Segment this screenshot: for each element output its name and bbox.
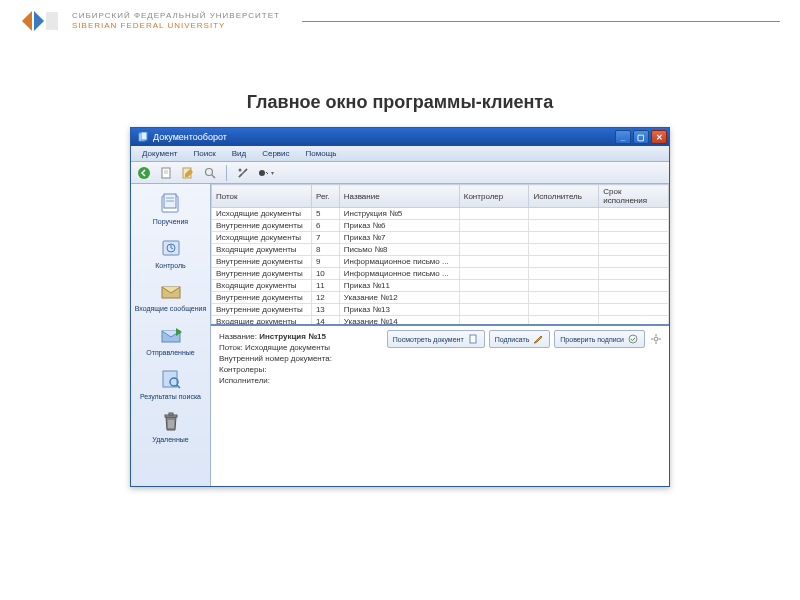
gear-icon[interactable]: [649, 333, 663, 345]
table-cell: [529, 268, 599, 280]
table-cell: [459, 244, 529, 256]
control-icon: [157, 236, 185, 260]
column-executor[interactable]: Исполнитель: [529, 185, 599, 208]
table-row[interactable]: Входящие документы11Приказ №11: [212, 280, 669, 292]
detail-actions: Посмотреть документ Подписать Проверить …: [387, 330, 663, 348]
sidebar-label: Входящие сообщения: [135, 305, 207, 313]
document-table-container[interactable]: Поток Рег. Название Контролер Исполнител…: [211, 184, 669, 326]
column-reg[interactable]: Рег.: [311, 185, 339, 208]
table-cell: 10: [311, 268, 339, 280]
sidebar-label: Отправленные: [146, 349, 194, 357]
table-cell: Указание №12: [339, 292, 459, 304]
table-row[interactable]: Исходящие документы5Инструкция №5: [212, 208, 669, 220]
column-name[interactable]: Название: [339, 185, 459, 208]
table-cell: Входящие документы: [212, 280, 312, 292]
button-label: Посмотреть документ: [393, 336, 464, 343]
table-cell: Внутренние документы: [212, 304, 312, 316]
column-flow[interactable]: Поток: [212, 185, 312, 208]
svg-rect-23: [169, 413, 173, 415]
table-row[interactable]: Внутренние документы6Приказ №6: [212, 220, 669, 232]
menu-document[interactable]: Документ: [135, 148, 185, 159]
edit-button[interactable]: [179, 164, 197, 182]
menubar: Документ Поиск Вид Сервис Помощь: [131, 146, 669, 162]
minimize-button[interactable]: _: [615, 130, 631, 144]
table-row[interactable]: Внутренние документы10Информационное пис…: [212, 268, 669, 280]
table-cell: Указание №14: [339, 316, 459, 327]
sidebar: Поручения Контроль Входящие сообщения От…: [131, 184, 211, 486]
sidebar-label: Контроль: [155, 262, 185, 270]
table-row[interactable]: Внутренние документы12Указание №12: [212, 292, 669, 304]
table-cell: Входящие документы: [212, 244, 312, 256]
university-logo: [20, 8, 60, 34]
table-cell: Внутренние документы: [212, 220, 312, 232]
table-row[interactable]: Исходящие документы7Приказ №7: [212, 232, 669, 244]
table-cell: 12: [311, 292, 339, 304]
sidebar-label: Удаленные: [152, 436, 189, 444]
table-row[interactable]: Входящие документы14Указание №14: [212, 316, 669, 327]
table-cell: 6: [311, 220, 339, 232]
back-button[interactable]: [135, 164, 153, 182]
slide-header: СИБИРСКИЙ ФЕДЕРАЛЬНЫЙ УНИВЕРСИТЕТ SIBERI…: [0, 0, 800, 42]
verify-signatures-button[interactable]: Проверить подписи: [554, 330, 645, 348]
table-row[interactable]: Входящие документы8Письмо №8: [212, 244, 669, 256]
menu-service[interactable]: Сервис: [255, 148, 296, 159]
university-name-en: SIBERIAN FEDERAL UNIVERSITY: [72, 21, 280, 31]
table-row[interactable]: Внутренние документы9Информационное пись…: [212, 256, 669, 268]
close-button[interactable]: ✕: [651, 130, 667, 144]
search-results-icon: [157, 367, 185, 391]
table-cell: Инструкция №5: [339, 208, 459, 220]
table-cell: [459, 208, 529, 220]
new-doc-button[interactable]: [157, 164, 175, 182]
titlebar[interactable]: Документооборот _ ▢ ✕: [131, 128, 669, 146]
app-icon: [137, 131, 149, 143]
sidebar-item-inbox[interactable]: Входящие сообщения: [131, 275, 210, 319]
menu-search[interactable]: Поиск: [187, 148, 223, 159]
menu-view[interactable]: Вид: [225, 148, 253, 159]
pen-icon: [532, 333, 544, 345]
settings-button[interactable]: ▾: [256, 164, 274, 182]
column-controller[interactable]: Контролер: [459, 185, 529, 208]
maximize-button[interactable]: ▢: [633, 130, 649, 144]
detail-title-value: Инструкция №15: [259, 332, 326, 341]
tools-button[interactable]: [234, 164, 252, 182]
detail-title-label: Название:: [219, 332, 257, 341]
svg-point-9: [239, 168, 242, 171]
document-table: Поток Рег. Название Контролер Исполнител…: [211, 184, 669, 326]
sidebar-item-sent[interactable]: Отправленные: [131, 319, 210, 363]
column-due[interactable]: Срок исполнения: [599, 185, 669, 208]
table-row[interactable]: Внутренние документы13Приказ №13: [212, 304, 669, 316]
assignments-icon: [157, 192, 185, 216]
svg-line-8: [212, 175, 215, 178]
table-cell: Исходящие документы: [212, 232, 312, 244]
table-cell: 5: [311, 208, 339, 220]
menu-help[interactable]: Помощь: [299, 148, 344, 159]
table-cell: [599, 208, 669, 220]
table-cell: 8: [311, 244, 339, 256]
sidebar-item-control[interactable]: Контроль: [131, 232, 210, 276]
table-cell: Приказ №7: [339, 232, 459, 244]
table-cell: [529, 256, 599, 268]
table-cell: Приказ №13: [339, 304, 459, 316]
table-cell: [529, 280, 599, 292]
sidebar-item-assignments[interactable]: Поручения: [131, 188, 210, 232]
window-controls: _ ▢ ✕: [615, 130, 667, 144]
table-cell: [459, 256, 529, 268]
sidebar-item-trash[interactable]: Удаленные: [131, 406, 210, 450]
svg-point-7: [206, 168, 213, 175]
sign-button[interactable]: Подписать: [489, 330, 551, 348]
table-cell: [529, 220, 599, 232]
search-button[interactable]: [201, 164, 219, 182]
svg-rect-19: [163, 371, 177, 387]
table-cell: [599, 316, 669, 327]
table-cell: [459, 232, 529, 244]
table-header-row: Поток Рег. Название Контролер Исполнител…: [212, 185, 669, 208]
table-cell: [599, 244, 669, 256]
table-cell: [459, 268, 529, 280]
university-name-ru: СИБИРСКИЙ ФЕДЕРАЛЬНЫЙ УНИВЕРСИТЕТ: [72, 11, 280, 21]
check-icon: [627, 333, 639, 345]
detail-controllers: Контролеры:: [219, 365, 661, 374]
sidebar-label: Результаты поиска: [140, 393, 201, 401]
sidebar-item-search-results[interactable]: Результаты поиска: [131, 363, 210, 407]
svg-point-29: [654, 337, 658, 341]
view-document-button[interactable]: Посмотреть документ: [387, 330, 485, 348]
